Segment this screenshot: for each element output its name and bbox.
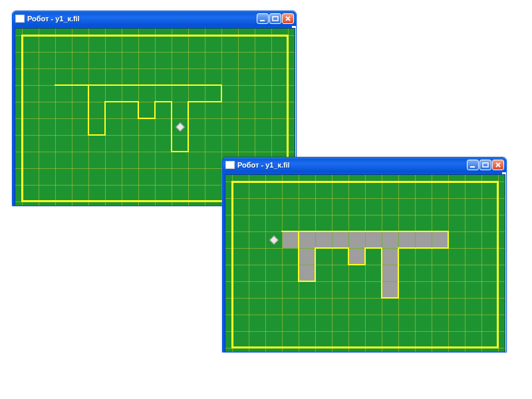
window-title: Робот - y1_к.fil <box>237 161 467 169</box>
titlebar[interactable]: Робот - y1_к.fil <box>223 158 506 172</box>
maximize-button[interactable] <box>479 160 491 170</box>
wall <box>315 247 349 249</box>
painted-cell <box>316 232 332 248</box>
painted-cell <box>382 265 398 281</box>
wall <box>171 101 172 152</box>
robot <box>269 235 278 244</box>
painted-cell <box>382 249 398 265</box>
painted-cell <box>382 282 398 298</box>
wall <box>381 297 399 299</box>
wall <box>298 231 299 282</box>
wall <box>104 101 106 136</box>
window-controls <box>257 13 294 24</box>
wall <box>88 84 89 136</box>
titlebar[interactable]: Робот - y1_к.fil <box>13 11 296 26</box>
outer-wall <box>231 181 499 348</box>
field[interactable] <box>225 174 505 352</box>
painted-cell <box>299 232 315 248</box>
app-icon <box>225 161 235 169</box>
robot <box>175 122 184 131</box>
window-title: Робот - y1_к.fil <box>27 15 257 23</box>
wall <box>348 264 366 265</box>
window-controls <box>467 160 504 170</box>
wall <box>154 101 156 119</box>
painted-cell <box>283 232 299 248</box>
wall <box>364 247 366 265</box>
wall <box>315 247 316 282</box>
wall <box>138 118 156 119</box>
close-button[interactable] <box>492 160 504 170</box>
wall <box>88 134 106 136</box>
svg-rect-1 <box>273 17 278 21</box>
painted-cell <box>349 232 365 248</box>
maximize-button[interactable] <box>269 13 281 24</box>
client-area <box>223 172 502 352</box>
wall <box>398 247 399 299</box>
wall <box>188 101 189 152</box>
painted-cell <box>432 232 448 248</box>
svg-rect-5 <box>483 163 488 167</box>
wall <box>188 101 222 102</box>
wall <box>348 247 349 265</box>
painted-cell <box>399 232 415 248</box>
painted-cell <box>299 265 315 281</box>
wall <box>398 247 449 249</box>
painted-cell <box>416 232 432 248</box>
app-window: Робот - y1_к.fil <box>222 157 507 352</box>
wall <box>154 101 172 102</box>
painted-cell <box>299 249 315 265</box>
wall <box>104 101 139 102</box>
wall <box>55 84 222 86</box>
wall <box>281 231 449 232</box>
wall <box>138 101 139 119</box>
wall <box>221 84 222 102</box>
wall <box>171 151 189 152</box>
svg-rect-4 <box>470 166 475 168</box>
wall <box>364 247 382 249</box>
wall <box>381 247 382 299</box>
painted-cell <box>366 232 382 248</box>
painted-cell <box>332 232 348 248</box>
minimize-button[interactable] <box>467 160 479 170</box>
close-button[interactable] <box>282 13 294 24</box>
painted-cell <box>349 249 365 265</box>
app-icon <box>15 15 25 23</box>
painted-cell <box>382 232 398 248</box>
minimize-button[interactable] <box>257 13 269 24</box>
wall <box>298 281 316 282</box>
svg-rect-0 <box>260 20 265 21</box>
wall <box>448 231 449 249</box>
